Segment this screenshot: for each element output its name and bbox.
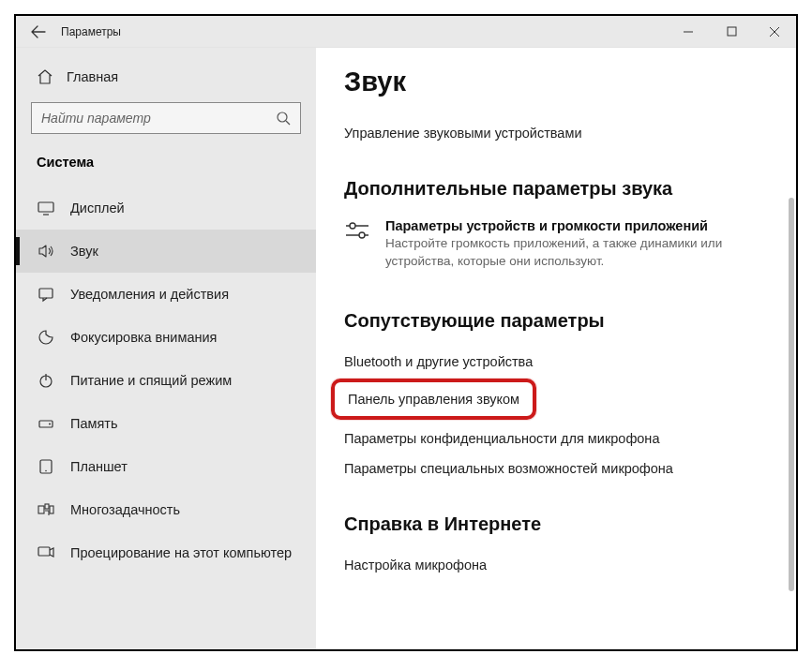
svg-rect-3 [39,289,53,298]
microphone-accessibility-link[interactable]: Параметры специальных возможностей микро… [344,453,796,483]
scrollbar-thumb[interactable] [789,198,794,591]
maximize-icon [727,26,737,37]
sidebar-item-focus[interactable]: Фокусировка внимания [16,316,316,359]
sidebar-item-notifications[interactable]: Уведомления и действия [16,273,316,316]
focus-icon [37,329,55,346]
sidebar-item-label: Фокусировка внимания [70,330,217,345]
search-container [16,93,316,147]
manage-sound-devices-link[interactable]: Управление звуковыми устройствами [344,118,796,148]
tablet-icon [37,458,55,475]
sidebar-item-label: Дисплей [70,201,125,216]
svg-point-13 [350,223,355,229]
svg-point-14 [359,232,365,238]
svg-point-8 [45,470,47,472]
sidebar-item-sound[interactable]: Звук [16,230,316,273]
sidebar-item-tablet[interactable]: Планшет [16,445,316,488]
display-icon [37,200,55,216]
svg-rect-2 [38,202,53,212]
minimize-button[interactable] [667,16,710,47]
help-online-heading: Справка в Интернете [344,513,796,535]
sidebar-item-display[interactable]: Дисплей [16,186,316,230]
sidebar-item-power[interactable]: Питание и спящий режим [16,359,316,402]
svg-rect-10 [45,504,49,509]
sidebar-item-label: Питание и спящий режим [70,373,232,388]
sidebar-item-project[interactable]: Проецирование на этот компьютер [16,531,316,574]
minimize-icon [683,26,694,37]
app-volume-devices-link[interactable]: Параметры устройств и громкости приложен… [344,215,796,280]
sidebar-item-label: Планшет [70,459,128,474]
search-box[interactable] [31,102,301,134]
svg-rect-11 [50,506,53,513]
page-title: Звук [344,67,796,97]
back-arrow-icon [31,24,46,39]
sidebar-item-label: Уведомления и действия [70,287,229,302]
advanced-sound-heading: Дополнительные параметры звука [344,178,796,200]
sidebar-item-multitask[interactable]: Многозадачность [16,488,316,531]
multitask-icon [37,501,55,518]
settings-window: Параметры Главная [14,14,798,651]
svg-point-6 [49,424,51,425]
bluetooth-devices-link[interactable]: Bluetooth и другие устройства [344,347,796,377]
highlighted-annotation: Панель управления звуком [331,379,536,420]
svg-rect-12 [38,547,50,556]
sound-icon [37,243,55,260]
svg-rect-0 [728,27,736,36]
sidebar-item-storage[interactable]: Память [16,402,316,445]
sidebar-home[interactable]: Главная [16,61,316,93]
project-icon [37,544,55,561]
app-volume-title: Параметры устройств и громкости приложен… [385,218,796,233]
app-volume-desc: Настройте громкость приложений, а также … [385,235,796,271]
sidebar-item-label: Проецирование на этот компьютер [70,545,292,560]
related-settings-heading: Сопутствующие параметры [344,310,796,332]
sidebar-category: Система [16,147,316,186]
sliders-icon [344,218,370,271]
svg-point-1 [278,112,287,122]
notifications-icon [37,286,55,303]
sidebar-home-label: Главная [67,69,118,84]
sound-control-panel-link[interactable]: Панель управления звуком [348,392,519,407]
window-controls [667,16,796,47]
storage-icon [37,415,55,432]
sidebar-item-label: Память [70,416,118,431]
close-button[interactable] [753,16,796,47]
maximize-button[interactable] [710,16,753,47]
home-icon [37,68,53,85]
main-content: Звук Управление звуковыми устройствами Д… [316,48,796,649]
back-button[interactable] [16,16,61,47]
microphone-privacy-link[interactable]: Параметры конфиденциальности для микрофо… [344,424,796,453]
mic-setup-help-link[interactable]: Настройка микрофона [344,550,796,580]
sidebar: Главная Система Дисплей [16,48,316,649]
sidebar-item-label: Многозадачность [70,502,180,517]
power-icon [37,372,55,389]
title-bar: Параметры [16,16,796,48]
window-title: Параметры [61,25,667,38]
svg-rect-9 [38,506,44,513]
search-icon [276,111,291,126]
search-input[interactable] [41,111,276,126]
scrollbar[interactable] [783,48,796,649]
sidebar-item-label: Звук [70,244,98,259]
close-icon [769,26,780,37]
